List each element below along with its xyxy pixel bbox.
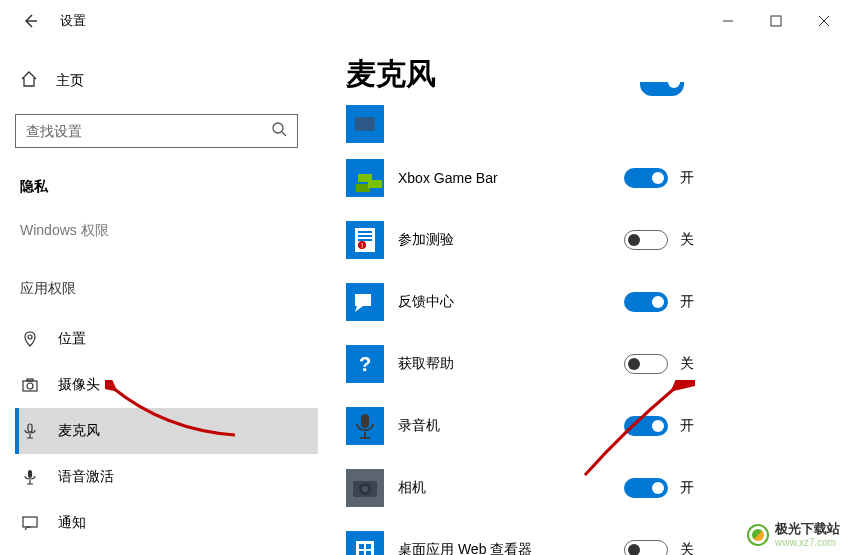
app-icon bbox=[346, 159, 384, 197]
search-icon bbox=[271, 121, 287, 141]
section-privacy: 隐私 bbox=[15, 170, 318, 214]
app-list: Xbox Game Bar 开 ! 参加测验 关 反馈中心 开 ? 获取帮助 关… bbox=[346, 101, 848, 555]
main-container: 主页 隐私 Windows 权限 应用权限 位置 摄像头 bbox=[0, 42, 848, 555]
app-name: 获取帮助 bbox=[398, 355, 624, 373]
app-icon bbox=[346, 531, 384, 555]
sidebar-item-label: 语音激活 bbox=[58, 468, 114, 486]
microphone-icon bbox=[20, 422, 40, 440]
watermark: 极光下载站 www.xz7.com bbox=[747, 521, 840, 549]
app-name: 相机 bbox=[398, 479, 624, 497]
app-icon bbox=[346, 407, 384, 445]
sidebar-item-label: 通知 bbox=[58, 514, 86, 532]
svg-rect-19 bbox=[356, 541, 374, 555]
svg-point-18 bbox=[362, 486, 368, 492]
svg-rect-11 bbox=[28, 424, 32, 432]
svg-rect-12 bbox=[28, 470, 32, 478]
app-name: 反馈中心 bbox=[398, 293, 624, 311]
toggle-switch[interactable] bbox=[624, 292, 668, 312]
app-name: Xbox Game Bar bbox=[398, 170, 624, 186]
app-name: 参加测验 bbox=[398, 231, 624, 249]
svg-point-9 bbox=[27, 383, 33, 389]
app-row: ! 参加测验 关 bbox=[346, 209, 848, 271]
maximize-button[interactable] bbox=[752, 0, 800, 42]
search-box[interactable] bbox=[15, 114, 298, 148]
sidebar-item-label: 摄像头 bbox=[58, 376, 100, 394]
app-row: 录音机 开 bbox=[346, 395, 848, 457]
toggle-label: 关 bbox=[680, 355, 700, 373]
app-row: 反馈中心 开 bbox=[346, 271, 848, 333]
section-windows-perm: Windows 权限 bbox=[15, 214, 318, 258]
content-area: 麦克风 Xbox Game Bar 开 ! 参加测验 关 反馈中心 开 ? bbox=[318, 42, 848, 555]
app-row bbox=[346, 101, 848, 147]
app-icon bbox=[346, 283, 384, 321]
svg-point-5 bbox=[273, 123, 283, 133]
sidebar-item-camera[interactable]: 摄像头 bbox=[15, 362, 318, 408]
svg-rect-13 bbox=[23, 517, 37, 527]
watermark-name: 极光下载站 bbox=[775, 521, 840, 537]
toggle-label: 开 bbox=[680, 293, 700, 311]
home-nav[interactable]: 主页 bbox=[15, 60, 318, 102]
sidebar-item-label: 麦克风 bbox=[58, 422, 100, 440]
svg-rect-22 bbox=[359, 551, 364, 555]
toggle-switch[interactable] bbox=[624, 230, 668, 250]
sidebar-item-location[interactable]: 位置 bbox=[15, 316, 318, 362]
window-title: 设置 bbox=[60, 12, 86, 30]
minimize-button[interactable] bbox=[704, 0, 752, 42]
app-row: ? 获取帮助 关 bbox=[346, 333, 848, 395]
svg-rect-20 bbox=[359, 544, 364, 549]
toggle-switch[interactable] bbox=[624, 478, 668, 498]
search-input[interactable] bbox=[26, 123, 271, 139]
svg-rect-2 bbox=[771, 16, 781, 26]
voice-icon bbox=[20, 468, 40, 486]
page-title: 麦克风 bbox=[346, 54, 848, 95]
sidebar-item-notifications[interactable]: 通知 bbox=[15, 500, 318, 546]
sidebar-item-microphone[interactable]: 麦克风 bbox=[15, 408, 318, 454]
svg-rect-15 bbox=[361, 414, 369, 428]
toggle-label: 开 bbox=[680, 417, 700, 435]
app-name: 桌面应用 Web 查看器 bbox=[398, 541, 624, 555]
app-icon: ! bbox=[346, 221, 384, 259]
toggle-switch[interactable] bbox=[624, 416, 668, 436]
app-icon bbox=[346, 469, 384, 507]
toggle-switch[interactable] bbox=[624, 354, 668, 374]
home-icon bbox=[20, 70, 38, 92]
window-controls bbox=[704, 0, 848, 42]
app-name: 录音机 bbox=[398, 417, 624, 435]
camera-icon bbox=[20, 376, 40, 394]
notification-icon bbox=[20, 514, 40, 532]
home-label: 主页 bbox=[56, 72, 84, 90]
titlebar: 设置 bbox=[0, 0, 848, 42]
watermark-logo bbox=[747, 524, 769, 546]
app-row: 相机 开 bbox=[346, 457, 848, 519]
section-app-perm: 应用权限 bbox=[15, 258, 318, 316]
svg-rect-14 bbox=[355, 294, 371, 306]
close-button[interactable] bbox=[800, 0, 848, 42]
toggle-switch[interactable] bbox=[624, 168, 668, 188]
sidebar: 主页 隐私 Windows 权限 应用权限 位置 摄像头 bbox=[0, 42, 318, 555]
svg-point-7 bbox=[28, 335, 32, 339]
svg-line-6 bbox=[282, 132, 286, 136]
svg-rect-23 bbox=[366, 551, 371, 555]
toggle-label: 关 bbox=[680, 231, 700, 249]
app-row: Xbox Game Bar 开 bbox=[346, 147, 848, 209]
toggle-label: 关 bbox=[680, 541, 700, 555]
svg-rect-21 bbox=[366, 544, 371, 549]
sidebar-item-voice-activation[interactable]: 语音激活 bbox=[15, 454, 318, 500]
watermark-url: www.xz7.com bbox=[775, 537, 840, 549]
toggle-label: 开 bbox=[680, 169, 700, 187]
app-icon bbox=[346, 105, 384, 143]
back-button[interactable] bbox=[20, 11, 40, 31]
location-icon bbox=[20, 330, 40, 348]
toggle-label: 开 bbox=[680, 479, 700, 497]
svg-rect-10 bbox=[27, 379, 33, 381]
nav-list: 位置 摄像头 麦克风 语音激活 bbox=[15, 316, 318, 546]
app-icon: ? bbox=[346, 345, 384, 383]
toggle-switch[interactable] bbox=[624, 540, 668, 555]
sidebar-item-label: 位置 bbox=[58, 330, 86, 348]
partial-toggle[interactable] bbox=[640, 82, 684, 96]
